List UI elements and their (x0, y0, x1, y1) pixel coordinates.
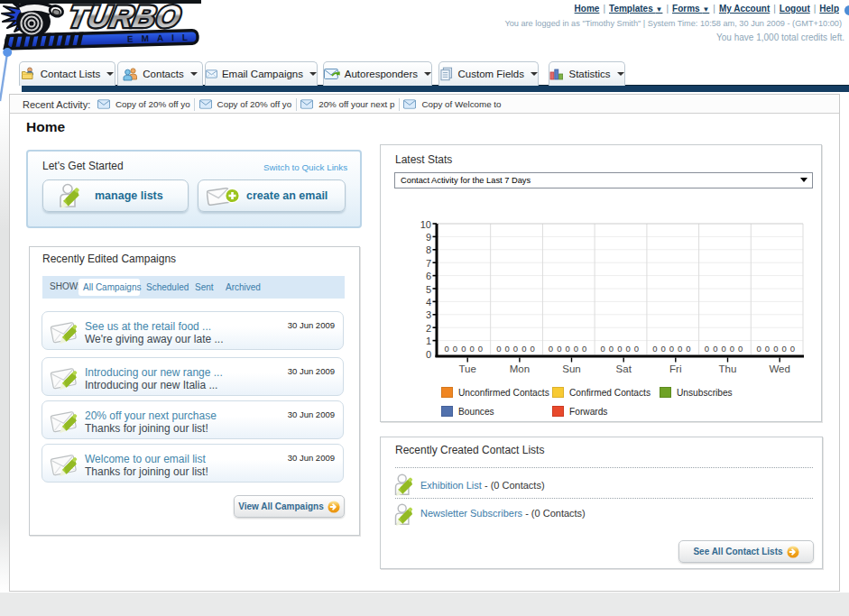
svg-text:0: 0 (574, 344, 578, 354)
svg-text:0: 0 (773, 344, 778, 354)
svg-text:0: 0 (469, 344, 474, 354)
svg-text:0: 0 (445, 344, 449, 354)
svg-text:Sun: Sun (562, 363, 580, 374)
svg-text:6: 6 (426, 271, 431, 281)
svg-text:5: 5 (426, 284, 431, 295)
svg-text:0: 0 (757, 344, 761, 354)
svg-text:0: 0 (478, 344, 483, 354)
svg-text:0: 0 (453, 344, 457, 354)
svg-text:EMAIL: EMAIL (127, 32, 196, 44)
svg-text:0: 0 (496, 344, 501, 354)
svg-text:2: 2 (426, 323, 431, 334)
svg-text:0: 0 (713, 344, 717, 354)
svg-text:0: 0 (601, 344, 605, 354)
svg-text:0: 0 (634, 344, 639, 354)
svg-text:Fri: Fri (669, 363, 681, 374)
svg-text:TURBO: TURBO (66, 0, 184, 33)
svg-text:0: 0 (513, 344, 518, 354)
svg-text:0: 0 (461, 344, 466, 354)
svg-text:0: 0 (790, 344, 795, 354)
svg-text:0: 0 (625, 344, 630, 354)
svg-text:0: 0 (557, 344, 561, 354)
svg-text:0: 0 (505, 344, 510, 354)
svg-text:10: 10 (420, 219, 431, 230)
svg-text:0: 0 (582, 344, 586, 354)
svg-text:0: 0 (565, 344, 569, 354)
svg-text:Wed: Wed (769, 363, 789, 374)
svg-text:0: 0 (705, 344, 709, 354)
svg-text:Sat: Sat (616, 363, 632, 374)
svg-text:3: 3 (426, 309, 431, 320)
svg-text:9: 9 (426, 232, 431, 243)
svg-text:Mon: Mon (510, 363, 530, 374)
svg-text:0: 0 (781, 344, 786, 354)
svg-text:0: 0 (738, 344, 743, 354)
svg-text:0: 0 (426, 349, 431, 360)
svg-text:0: 0 (765, 344, 770, 354)
svg-text:7: 7 (426, 258, 431, 269)
svg-text:Thu: Thu (719, 363, 737, 374)
svg-text:0: 0 (678, 344, 682, 354)
svg-text:4: 4 (426, 297, 431, 308)
svg-text:0: 0 (652, 344, 657, 354)
svg-text:1: 1 (426, 336, 431, 346)
svg-text:0: 0 (549, 344, 553, 354)
svg-text:0: 0 (521, 344, 526, 354)
svg-text:0: 0 (617, 344, 622, 354)
svg-text:0: 0 (730, 344, 734, 354)
svg-text:Tue: Tue (459, 363, 476, 374)
svg-text:0: 0 (686, 344, 690, 354)
svg-text:0: 0 (609, 344, 614, 354)
svg-text:0: 0 (660, 344, 665, 354)
svg-text:0: 0 (669, 344, 674, 354)
svg-text:0: 0 (530, 344, 534, 354)
svg-text:8: 8 (426, 244, 431, 255)
svg-text:0: 0 (721, 344, 725, 354)
